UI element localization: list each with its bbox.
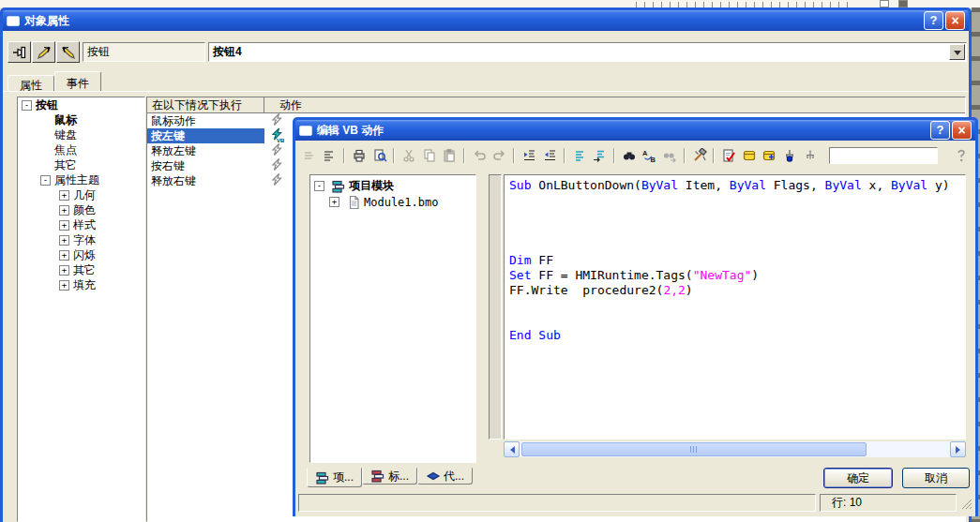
code-line: Dim FF (509, 253, 965, 268)
vb-editor-titlebar[interactable]: 编辑 VB 动作 ? × (295, 120, 975, 141)
print-preview-icon[interactable] (369, 146, 390, 165)
tab-properties[interactable]: 属性 (8, 75, 54, 92)
tree-item[interactable]: 键盘 (18, 127, 144, 142)
event-row-label[interactable]: 按右键 (147, 158, 264, 173)
toolbar-search-input[interactable] (829, 147, 938, 164)
object-properties-titlebar[interactable]: 对象属性 ? × (3, 10, 969, 31)
outdent-icon[interactable] (539, 146, 560, 165)
tree-item[interactable]: -按钮 (18, 97, 144, 112)
chevron-down-icon[interactable] (949, 44, 965, 60)
tab-code-templates[interactable]: 代... (417, 468, 473, 485)
tool-icon (898, 0, 908, 7)
expand-icon[interactable]: + (329, 197, 339, 207)
tree-item[interactable]: +填充 (18, 277, 144, 292)
project-modules-tree: -项目模块+Module1.bmo (309, 174, 476, 463)
tab-label: 代... (444, 469, 464, 485)
scrollbar-track[interactable] (520, 441, 950, 457)
cancel-button[interactable]: 取消 (902, 468, 970, 488)
toggle-breakpoint-icon[interactable] (779, 146, 800, 165)
comment-icon[interactable] (569, 146, 590, 165)
code-line (509, 313, 965, 328)
collapse-icon[interactable]: - (22, 100, 32, 111)
event-row-label[interactable]: 释放左键 (147, 143, 264, 158)
scroll-right-button[interactable] (950, 441, 966, 457)
code-line (509, 238, 965, 253)
tree-item[interactable]: +字体 (18, 232, 144, 247)
undo-icon (469, 146, 490, 165)
collapse-icon[interactable]: - (314, 181, 324, 191)
ok-button[interactable]: 确定 (823, 468, 893, 488)
project-tree-item[interactable]: -项目模块 (312, 178, 474, 194)
find-icon[interactable] (619, 146, 640, 165)
tools-icon[interactable] (689, 146, 710, 165)
indent-icon[interactable] (519, 146, 539, 165)
screen: 对象属性 ? × 按钮4 属性 事件 -按钮鼠标键盘焦点其它-属性主题+几何+颜… (0, 0, 980, 522)
tree-item[interactable]: 其它 (18, 157, 144, 172)
syntax-check-icon[interactable] (718, 146, 739, 165)
tree-item[interactable]: +颜色 (18, 202, 144, 217)
event-row-label[interactable]: 鼠标动作 (147, 113, 264, 128)
help-button[interactable]: ? (930, 121, 950, 140)
tab-standard-modules[interactable]: 标... (362, 468, 417, 485)
tab-project-modules[interactable]: 项... (307, 468, 362, 487)
toolbar-separator (713, 148, 715, 163)
module-icon[interactable] (739, 146, 760, 165)
toolbar-separator (393, 148, 395, 163)
scroll-left-button[interactable] (504, 441, 520, 457)
expand-icon[interactable]: + (59, 280, 69, 291)
pin-button[interactable] (8, 41, 31, 63)
code-editor[interactable]: Sub OnLButtonDown(ByVal Item, ByVal Flag… (504, 174, 966, 440)
horizontal-scrollbar[interactable] (504, 441, 966, 457)
tree-item[interactable]: +样式 (18, 217, 144, 232)
script-lightning-icon[interactable] (264, 172, 284, 190)
tree-item[interactable]: +几何 (18, 187, 144, 202)
tree-item[interactable]: +闪烁 (18, 247, 144, 262)
print-icon[interactable] (349, 146, 369, 165)
module-tabs: 项...标...代... (307, 468, 473, 487)
grip-icon (690, 446, 699, 453)
arrow-pen-back-button[interactable] (56, 41, 80, 63)
replace-icon[interactable]: AB (640, 146, 660, 165)
status-message-cell (298, 494, 816, 512)
close-button[interactable]: × (952, 121, 972, 140)
clear-breakpoints-icon[interactable] (800, 146, 821, 165)
tree-item[interactable]: +其它 (18, 262, 144, 277)
close-button[interactable]: × (945, 11, 965, 30)
background-ruler-strip (0, 0, 980, 7)
help-drag-icon (951, 146, 972, 165)
tab-events[interactable]: 事件 (54, 71, 101, 92)
expand-icon[interactable]: + (59, 205, 69, 216)
tree-item[interactable]: 焦点 (18, 142, 144, 157)
object-type-field[interactable] (83, 42, 205, 62)
event-row-label[interactable]: 按左键 (147, 128, 264, 143)
tree-item[interactable]: 鼠标 (18, 112, 144, 127)
collapse-icon[interactable]: - (40, 175, 51, 186)
expand-icon[interactable]: + (59, 250, 69, 261)
arrow-pen-button[interactable] (32, 41, 55, 63)
status-bar: 行: 10 (297, 494, 973, 512)
expand-icon[interactable]: + (59, 235, 69, 246)
chevron-right-icon (956, 446, 964, 454)
bookmark-lines-icon (299, 146, 320, 165)
window-icon (7, 16, 20, 26)
expand-icon[interactable]: + (59, 265, 69, 276)
code-line: Set FF = HMIRuntime.Tags("NewTag") (509, 268, 965, 283)
code-line: End Sub (509, 328, 965, 343)
standard-modules-tab-icon (370, 469, 385, 484)
project-modules-tab-icon (315, 470, 330, 485)
project-tree-item[interactable]: +Module1.bmo (312, 194, 474, 210)
svg-text:A: A (642, 149, 648, 157)
line-numbers-icon[interactable] (320, 146, 340, 165)
object-name-combobox[interactable]: 按钮4 (208, 42, 967, 62)
tree-item-label: 键盘 (54, 127, 77, 143)
scrollbar-thumb[interactable] (521, 442, 867, 456)
help-button[interactable]: ? (924, 11, 943, 30)
expand-icon[interactable]: + (59, 190, 69, 201)
event-row-label[interactable]: 释放右键 (147, 173, 264, 188)
project-tree-label: 项目模块 (349, 178, 394, 194)
add-module-icon[interactable] (760, 146, 780, 165)
expand-icon[interactable]: + (59, 220, 69, 231)
tree-item[interactable]: -属性主题 (18, 172, 144, 187)
uncomment-icon[interactable] (589, 146, 610, 165)
resize-grip[interactable] (959, 497, 973, 511)
